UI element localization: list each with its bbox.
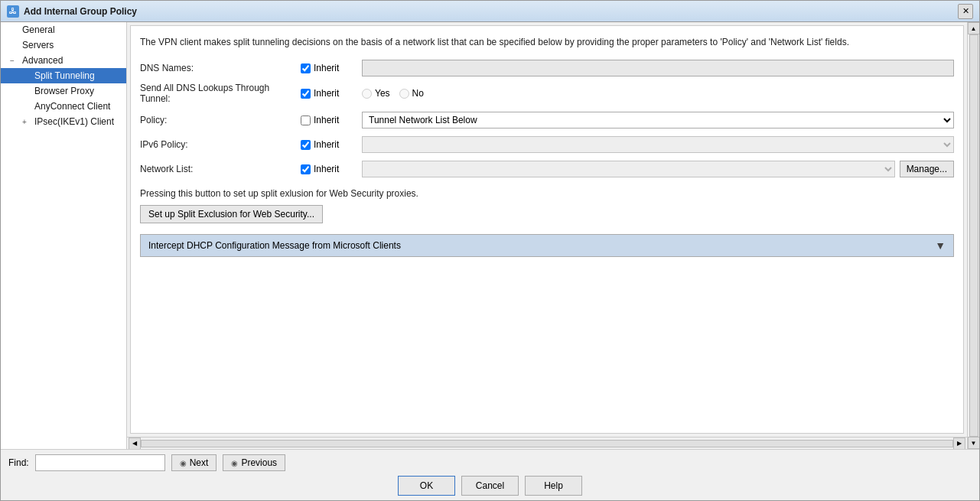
policy-inherit: Inherit	[301, 115, 362, 125]
v-scrollbar: ▲ ▼	[967, 22, 979, 449]
network-list-label: Network List:	[140, 164, 301, 174]
ipv6-inherit-label: Inherit	[314, 139, 339, 150]
title-bar: 🖧 Add Internal Group Policy ✕	[1, 1, 979, 22]
close-button[interactable]: ✕	[958, 4, 973, 19]
sidebar-item-browser-proxy[interactable]: Browser Proxy	[1, 83, 126, 99]
dns-names-input[interactable]	[362, 60, 954, 76]
next-label: Next	[190, 457, 209, 468]
send-dns-radios: Yes No	[362, 88, 424, 99]
send-dns-no-radio[interactable]	[399, 89, 409, 99]
panel-scrollable: The VPN client makes split tunneling dec…	[127, 22, 967, 449]
h-scroll-track[interactable]	[141, 440, 953, 447]
manage-button[interactable]: Manage...	[900, 161, 954, 177]
main-window: 🖧 Add Internal Group Policy ✕ General Se…	[0, 0, 980, 501]
policy-inherit-label: Inherit	[314, 115, 339, 125]
next-button[interactable]: ◉ Next	[171, 454, 217, 471]
prev-radio-icon: ◉	[231, 459, 238, 467]
sidebar-item-split-tunneling[interactable]: Split Tunneling	[1, 68, 126, 83]
sidebar-label-anyconnect: AnyConnect Client	[34, 101, 110, 112]
dns-names-label: DNS Names:	[140, 63, 301, 73]
h-scroll-left[interactable]: ◀	[129, 438, 141, 450]
dns-names-row: DNS Names: Inherit	[140, 60, 954, 76]
sidebar-item-anyconnect[interactable]: AnyConnect Client	[1, 99, 126, 114]
send-dns-inherit-checkbox[interactable]	[301, 89, 311, 99]
window-icon: 🖧	[7, 5, 19, 18]
dns-names-inherit: Inherit	[301, 63, 362, 73]
send-dns-inherit: Inherit	[301, 88, 362, 99]
sidebar-label-split: Split Tunneling	[34, 70, 95, 81]
sidebar-label-browser: Browser Proxy	[34, 86, 94, 96]
h-scroll-right[interactable]: ▶	[953, 438, 965, 450]
find-label: Find:	[8, 457, 29, 468]
previous-label: Previous	[241, 457, 277, 468]
v-scroll-down[interactable]: ▼	[968, 437, 980, 449]
sidebar-item-general[interactable]: General	[1, 22, 126, 37]
panel-inner: The VPN client makes split tunneling dec…	[127, 22, 979, 449]
next-radio-icon: ◉	[180, 459, 187, 467]
bottom-bar: Find: ◉ Next ◉ Previous OK Cancel Help	[1, 449, 979, 500]
dns-names-inherit-checkbox[interactable]	[301, 63, 311, 73]
expander-ipsec: +	[22, 118, 31, 126]
ipv6-policy-row: IPv6 Policy: Inherit	[140, 136, 954, 153]
send-dns-inherit-label: Inherit	[314, 88, 339, 99]
right-panel: The VPN client makes split tunneling dec…	[127, 22, 979, 449]
ipv6-inherit-checkbox[interactable]	[301, 140, 311, 150]
find-input[interactable]	[35, 454, 165, 471]
collapse-icon: ▼	[935, 239, 946, 252]
sidebar-item-advanced[interactable]: − Advanced	[1, 53, 126, 68]
policy-row: Policy: Inherit Tunnel Network List Belo…	[140, 112, 954, 129]
expander-advanced: −	[10, 57, 19, 65]
h-scrollbar: ◀ ▶	[127, 437, 967, 449]
info-text: The VPN client makes split tunneling dec…	[140, 35, 954, 49]
policy-select[interactable]: Tunnel Network List Below Exclude Networ…	[362, 112, 954, 129]
ipv6-policy-label: IPv6 Policy:	[140, 139, 301, 150]
send-dns-yes-label[interactable]: Yes	[362, 88, 390, 99]
dhcp-section-label: Intercept DHCP Configuration Message fro…	[148, 240, 401, 251]
network-list-inherit: Inherit	[301, 164, 362, 174]
network-list-inherit-label: Inherit	[314, 164, 339, 174]
network-list-inherit-checkbox[interactable]	[301, 164, 311, 174]
split-exclusion-button[interactable]: Set up Split Exclusion for Web Security.…	[140, 205, 323, 223]
dhcp-collapsible[interactable]: Intercept DHCP Configuration Message fro…	[140, 234, 954, 257]
dns-names-inherit-label: Inherit	[314, 63, 339, 73]
sidebar-item-servers[interactable]: Servers	[1, 37, 126, 53]
sidebar-label-advanced: Advanced	[22, 55, 63, 66]
find-row: Find: ◉ Next ◉ Previous	[8, 454, 972, 471]
send-dns-no-label[interactable]: No	[399, 88, 424, 99]
sidebar-label-ipsec: IPsec(IKEv1) Client	[34, 116, 114, 127]
v-scroll-track[interactable]	[969, 34, 978, 437]
panel-content: The VPN client makes split tunneling dec…	[130, 25, 964, 434]
ipv6-policy-select[interactable]	[362, 136, 954, 153]
ok-button[interactable]: OK	[398, 476, 455, 496]
dialog-buttons: OK Cancel Help	[8, 476, 972, 496]
previous-button[interactable]: ◉ Previous	[223, 454, 285, 471]
policy-inherit-checkbox[interactable]	[301, 115, 311, 125]
send-dns-label: Send All DNS Lookups Through Tunnel:	[140, 83, 301, 104]
cancel-button[interactable]: Cancel	[461, 476, 519, 496]
main-content: General Servers − Advanced Split Tunneli…	[1, 22, 979, 449]
window-title: Add Internal Group Policy	[24, 6, 137, 17]
sidebar: General Servers − Advanced Split Tunneli…	[1, 22, 127, 449]
help-button[interactable]: Help	[525, 476, 582, 496]
network-list-row: Network List: Inherit Manage...	[140, 161, 954, 177]
split-exclusion-note: Pressing this button to set up split exl…	[140, 188, 954, 199]
policy-label: Policy:	[140, 115, 301, 125]
network-list-select[interactable]	[362, 161, 895, 177]
send-dns-yes-text: Yes	[375, 88, 390, 99]
sidebar-label-general: General	[22, 24, 55, 35]
send-dns-no-text: No	[412, 88, 424, 99]
ipv6-inherit: Inherit	[301, 139, 362, 150]
v-scroll-up[interactable]: ▲	[968, 22, 980, 34]
send-dns-row: Send All DNS Lookups Through Tunnel: Inh…	[140, 83, 954, 104]
sidebar-label-servers: Servers	[22, 40, 54, 50]
send-dns-yes-radio[interactable]	[362, 89, 372, 99]
sidebar-item-ipsec[interactable]: + IPsec(IKEv1) Client	[1, 114, 126, 129]
